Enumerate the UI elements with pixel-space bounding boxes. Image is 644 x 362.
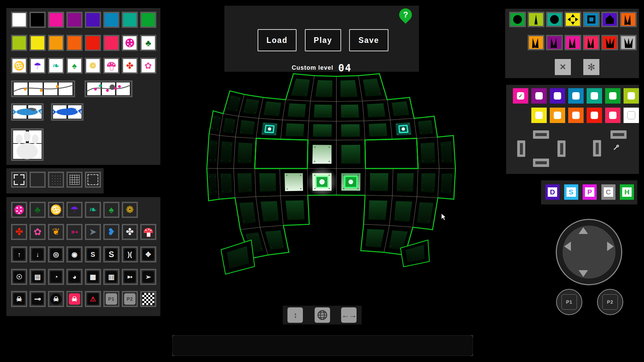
dpad-right-icon[interactable] — [607, 242, 614, 251]
status-bar — [172, 335, 473, 356]
letter-tile-D[interactable]: D — [545, 184, 559, 200]
color-toggle[interactable]: ✓ — [513, 88, 528, 104]
wall-vertical[interactable] — [517, 140, 525, 157]
dome-edge — [365, 140, 366, 169]
gate-shape-button[interactable] — [620, 35, 637, 50]
checkbox-icon — [591, 92, 598, 100]
spikes-3-icon — [623, 37, 634, 48]
color-toggle[interactable] — [587, 108, 602, 123]
gate-shape-button[interactable] — [546, 12, 563, 27]
cone-shape-icon — [532, 14, 540, 25]
checkbox-icon — [591, 112, 598, 119]
checkbox-icon — [609, 92, 616, 100]
gate-shape-button[interactable] — [546, 35, 563, 50]
color-toggle[interactable] — [568, 88, 584, 104]
color-toggle[interactable] — [531, 88, 547, 104]
letter-D: D — [548, 187, 557, 197]
checkbox-icon — [627, 111, 635, 119]
level-editor-screen: ♣♋☂❧♠❁✤✿ ♣♋☂❧♠❁✤✿❦➳➤❥✤↑↓◎◉SS)(✥☉▤◔◕▦▥➳➢☠… — [0, 0, 644, 362]
wall-horizontal[interactable] — [610, 130, 627, 139]
gate-shape-button[interactable] — [601, 12, 618, 27]
letter-tile-H[interactable]: H — [620, 184, 634, 200]
spikes-2-icon — [531, 37, 541, 48]
player2-button[interactable]: P2 — [597, 289, 623, 315]
dome-edge — [314, 76, 336, 76]
circle-shape-icon — [513, 15, 522, 24]
gate-shapes-panel: ✕✻ — [505, 9, 639, 78]
color-toggle[interactable] — [568, 108, 584, 123]
letter-S: S — [567, 187, 576, 197]
gate-shape-button[interactable] — [528, 35, 544, 50]
spikes-2-icon — [623, 14, 634, 25]
letter-tile-C[interactable]: C — [601, 184, 615, 200]
house-shape-icon — [605, 15, 615, 24]
letter-H: H — [622, 187, 632, 197]
dpad-up-icon[interactable] — [579, 227, 588, 234]
checkbox-icon — [628, 92, 635, 100]
checkbox-icon: ✓ — [517, 92, 524, 100]
globe-button[interactable] — [315, 307, 330, 323]
dome-edge — [365, 139, 392, 140]
color-toggle-panel: ✓ — [506, 85, 639, 174]
spikes-2-icon — [568, 37, 578, 48]
letter-tile-P[interactable]: P — [583, 184, 597, 200]
color-toggle[interactable] — [605, 88, 621, 104]
square-outline-icon — [587, 15, 595, 23]
dome-hole[interactable] — [365, 138, 418, 169]
spikes-2-icon — [586, 37, 597, 48]
gate-shape-button[interactable] — [620, 12, 637, 27]
color-toggle[interactable] — [587, 88, 602, 104]
settings-button[interactable]: ✻ — [583, 59, 599, 75]
checkbox-icon — [554, 112, 561, 119]
globe-icon — [317, 310, 328, 320]
letter-C: C — [604, 187, 613, 197]
letter-tiles-panel: DSPCH — [541, 180, 637, 204]
color-toggle[interactable] — [531, 108, 547, 123]
wall-horizontal[interactable] — [533, 159, 549, 167]
player2-label: P2 — [602, 294, 618, 310]
gate-shape-button[interactable] — [509, 12, 526, 27]
dpad[interactable] — [556, 219, 622, 285]
color-toggle[interactable] — [624, 88, 639, 104]
color-toggle[interactable] — [624, 108, 639, 123]
wall-horizontal[interactable] — [533, 130, 549, 139]
checkbox-icon — [554, 92, 561, 100]
gate-shape-button[interactable] — [583, 12, 600, 27]
dome-edge — [308, 195, 336, 195]
move-arrows-icon — [568, 14, 578, 25]
checkbox-icon — [535, 92, 543, 100]
dpad-disc — [562, 226, 615, 279]
dome-edge — [336, 76, 359, 76]
gate-shape-button[interactable] — [583, 35, 600, 50]
horizontal-pan-button[interactable]: ←→ — [341, 307, 357, 323]
circle-shape-icon — [550, 15, 559, 24]
spikes-3-icon — [604, 37, 615, 48]
dome-hole[interactable] — [255, 138, 308, 169]
gate-shape-button[interactable] — [601, 35, 618, 50]
gate-shape-button[interactable] — [565, 35, 581, 50]
player1-button[interactable]: P1 — [556, 289, 582, 315]
dpad-left-icon[interactable] — [564, 242, 571, 251]
close-button[interactable]: ✕ — [555, 59, 571, 75]
dome-edge — [281, 139, 308, 140]
spikes-2-icon — [549, 37, 560, 48]
letter-tile-S[interactable]: S — [564, 184, 578, 200]
letter-P: P — [585, 187, 594, 197]
mouse-cursor — [441, 214, 446, 220]
dome-edge — [336, 195, 365, 195]
gate-shape-button[interactable] — [565, 12, 581, 27]
checkbox-icon — [609, 112, 616, 119]
dpad-down-icon[interactable] — [579, 270, 588, 277]
view-toolbar: ↕←→ — [283, 306, 362, 324]
wall-vertical[interactable] — [557, 140, 566, 157]
vertical-pan-button[interactable]: ↕ — [287, 307, 303, 323]
dome-edge — [307, 140, 308, 169]
color-toggle[interactable] — [550, 88, 565, 104]
gate-shape-button[interactable] — [528, 12, 544, 27]
color-toggle[interactable] — [550, 108, 565, 123]
player1-label: P1 — [561, 294, 577, 310]
wall-vertical[interactable] — [593, 140, 601, 157]
checkbox-icon — [535, 112, 543, 119]
color-toggle[interactable] — [605, 108, 621, 123]
checkbox-icon — [572, 112, 580, 119]
